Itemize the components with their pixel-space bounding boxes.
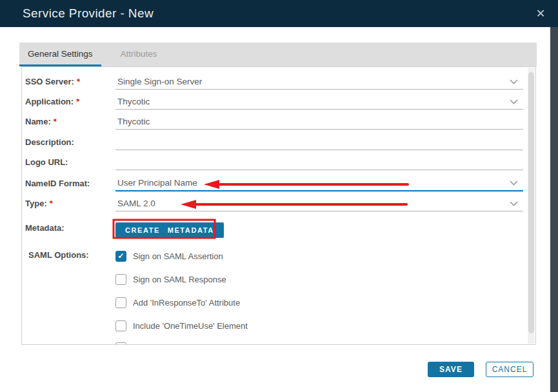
sso-server-label: SSO Server: <box>25 77 74 86</box>
checkbox-row-sign-assertion: ✓ Sign on SAML Assertion <box>115 250 223 262</box>
sign-saml-response-checkbox[interactable] <box>115 274 126 285</box>
checkbox-row-inresponseto: Add 'InResponseTo' Attribute <box>115 297 240 308</box>
save-button[interactable]: SAVE <box>428 362 474 377</box>
chevron-down-icon <box>510 181 518 186</box>
required-asterisk: * <box>77 77 80 86</box>
application-label: Application: <box>25 97 74 106</box>
service-provider-dialog: Service Provider - New ✕ General Setting… <box>0 0 558 392</box>
scrollbar-thumb[interactable] <box>528 72 534 333</box>
metadata-label: Metadata: <box>25 223 65 233</box>
sign-saml-response-label: Sign on SAML Response <box>133 275 226 284</box>
type-label: Type: <box>25 199 47 208</box>
logo-url-label: Logo URL: <box>25 157 68 167</box>
logo-url-input[interactable] <box>115 152 523 170</box>
tab-general-settings[interactable]: General Settings <box>19 49 101 66</box>
description-input[interactable] <box>115 132 523 150</box>
saml-options-label: SAML Options: <box>28 250 89 260</box>
field-row-application: Application:* Thycotic <box>25 92 523 110</box>
application-value: Thycotic <box>117 97 150 106</box>
field-row-description: Description: <box>25 132 523 150</box>
tab-attributes[interactable]: Attributes <box>112 49 166 66</box>
nameid-format-label: NameID Format: <box>25 179 90 188</box>
field-row-name: Name:* Thycotic <box>25 112 523 130</box>
type-select[interactable]: SAML 2.0 <box>115 193 523 211</box>
field-row-logo-url: Logo URL: <box>25 152 523 170</box>
sso-server-value: Single Sign-on Server <box>117 77 202 86</box>
required-asterisk: * <box>76 97 79 106</box>
chevron-down-icon <box>510 201 518 206</box>
add-inresponseto-label: Add 'InResponseTo' Attribute <box>133 298 240 308</box>
nameid-format-value: User Principal Name <box>117 178 197 188</box>
field-row-nameid-format: NameID Format: User Principal Name <box>25 173 523 191</box>
clipped-checkbox[interactable] <box>115 342 126 346</box>
checkbox-row-sign-response: Sign on SAML Response <box>115 273 226 285</box>
include-onetimeuse-checkbox[interactable] <box>115 320 126 331</box>
background-page-strip <box>550 27 558 392</box>
field-row-metadata: Metadata: CREATE METADATA <box>25 220 224 240</box>
description-label: Description: <box>25 137 74 147</box>
tab-bar: General Settings Attributes <box>19 43 537 66</box>
name-value: Thycotic <box>117 117 150 126</box>
sign-saml-assertion-label: Sign on SAML Assertion <box>133 251 223 261</box>
add-inresponseto-checkbox[interactable] <box>115 297 126 308</box>
type-value: SAML 2.0 <box>117 199 155 208</box>
application-select[interactable]: Thycotic <box>115 92 523 110</box>
include-onetimeuse-label: Include 'OneTimeUse' Element <box>133 321 248 331</box>
create-metadata-button[interactable]: CREATE METADATA <box>115 222 224 238</box>
required-asterisk: * <box>54 117 57 126</box>
dialog-title: Service Provider - New <box>23 6 154 21</box>
chevron-down-icon <box>510 99 518 104</box>
sso-server-select[interactable]: Single Sign-on Server <box>115 72 523 90</box>
field-row-sso-server: SSO Server:* Single Sign-on Server <box>25 72 523 90</box>
nameid-format-select[interactable]: User Principal Name <box>115 173 523 191</box>
required-asterisk: * <box>50 199 53 208</box>
cancel-button[interactable]: CANCEL <box>486 362 533 377</box>
name-label: Name: <box>25 117 51 126</box>
chevron-down-icon <box>510 79 518 84</box>
panel-scrollbar[interactable] <box>528 68 535 344</box>
general-settings-panel: SSO Server:* Single Sign-on Server Appli… <box>21 66 536 345</box>
sign-saml-assertion-checkbox[interactable]: ✓ <box>115 251 126 262</box>
checkbox-row-onetimeuse: Include 'OneTimeUse' Element <box>115 320 248 331</box>
name-input[interactable]: Thycotic <box>115 112 523 130</box>
dialog-header: Service Provider - New ✕ <box>0 0 558 27</box>
check-icon: ✓ <box>117 252 124 260</box>
close-icon[interactable]: ✕ <box>532 5 549 22</box>
field-row-type: Type:* SAML 2.0 <box>25 193 523 211</box>
checkbox-row-clipped <box>115 342 126 345</box>
